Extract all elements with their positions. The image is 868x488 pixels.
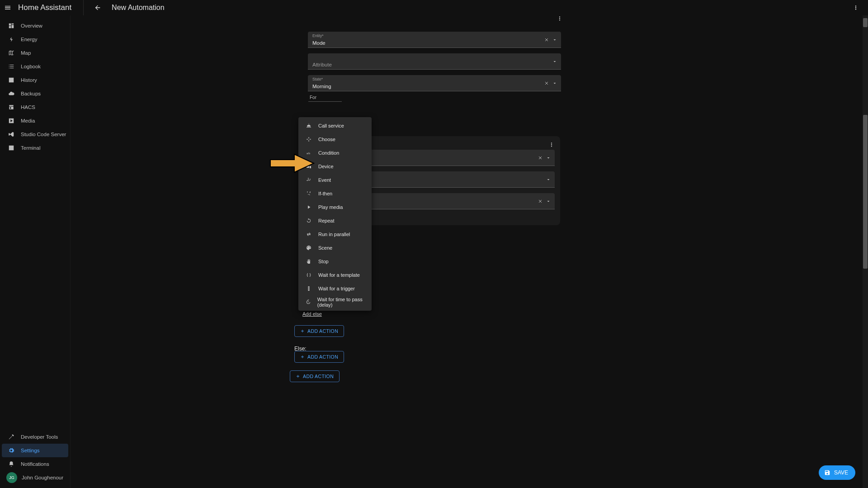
sidebar-item-label: Settings xyxy=(21,448,40,453)
swap-icon xyxy=(305,232,313,237)
wrench-icon xyxy=(6,434,16,440)
sidebar-item-media[interactable]: Media xyxy=(2,114,68,128)
sidebar-item-label: Logbook xyxy=(21,64,41,69)
content: Entity* Mode Attribute State* Morning Fo… xyxy=(71,15,868,488)
sidebar-item-settings[interactable]: Settings xyxy=(2,444,68,457)
save-label: SAVE xyxy=(834,469,848,476)
bell-icon xyxy=(6,461,16,467)
play-icon xyxy=(305,204,313,210)
dropdown-item-label: Event xyxy=(318,177,331,183)
dropdown-item-label: Condition xyxy=(318,150,339,156)
sidebar-item-logbook[interactable]: Logbook xyxy=(2,60,68,73)
hand-icon xyxy=(305,259,313,264)
hamburger-button[interactable] xyxy=(0,0,15,15)
topbar-more-button[interactable] xyxy=(848,0,863,15)
sidebar-item-devtools[interactable]: Developer Tools xyxy=(2,430,68,444)
sidebar-bottom: Developer Tools Settings Notifications J… xyxy=(0,430,70,488)
sidebar-item-hacs[interactable]: HACS xyxy=(2,100,68,114)
refresh-icon xyxy=(305,218,313,223)
sidebar-item-label: Developer Tools xyxy=(21,434,58,440)
dropdown-item-choose[interactable]: Choose xyxy=(298,133,372,146)
sidebar-item-label: HACS xyxy=(21,104,35,110)
arrow-left-icon xyxy=(94,4,101,11)
action-type-dropdown: Call service Choose a/bCondition Device … xyxy=(298,117,372,311)
add-action-button-outer[interactable]: ADD ACTION xyxy=(290,370,340,382)
dropdown-item-event[interactable]: Event xyxy=(298,173,372,187)
sidebar-item-label: Energy xyxy=(21,37,37,42)
user-name: John Goughenour xyxy=(22,475,63,480)
dropdown-item-label: Choose xyxy=(318,137,335,142)
dropdown-item-scene[interactable]: Scene xyxy=(298,241,372,255)
sidebar-item-label: History xyxy=(21,77,37,83)
dropdown-item-call-service[interactable]: Call service xyxy=(298,119,372,133)
cloud-icon xyxy=(6,90,16,97)
back-button[interactable] xyxy=(90,0,105,15)
plus-icon xyxy=(296,374,300,379)
dropdown-item-stop[interactable]: Stop xyxy=(298,255,372,268)
sidebar-item-history[interactable]: History xyxy=(2,73,68,87)
sidebar-item-label: Notifications xyxy=(21,461,49,467)
bolt-icon xyxy=(6,36,16,43)
dropdown-item-label: Wait for a trigger xyxy=(318,286,355,291)
dropdown-item-label: Run in parallel xyxy=(318,232,350,237)
terminal-icon xyxy=(6,145,16,151)
play-box-icon xyxy=(6,118,16,124)
sidebar-item-label: Terminal xyxy=(21,145,40,151)
traffic-icon xyxy=(305,286,313,291)
dropdown-item-wait-trigger[interactable]: Wait for a trigger xyxy=(298,282,372,295)
room-service-icon xyxy=(305,123,313,128)
sidebar-item-map[interactable]: Map xyxy=(2,46,68,60)
sidebar-item-notifications[interactable]: Notifications xyxy=(2,457,68,471)
save-icon xyxy=(824,469,830,476)
sidebar-list: Overview Energy Map Logbook History Back… xyxy=(0,15,70,430)
sidebar-item-terminal[interactable]: Terminal xyxy=(2,141,68,155)
sidebar: Overview Energy Map Logbook History Back… xyxy=(0,15,71,488)
dropdown-item-label: Device xyxy=(318,164,334,169)
sidebar-item-overview[interactable]: Overview xyxy=(2,19,68,33)
dots-vertical-icon xyxy=(853,5,859,11)
page-title: New Automation xyxy=(112,4,165,12)
arrows-icon xyxy=(305,137,313,142)
store-icon xyxy=(6,104,16,110)
sidebar-item-label: Backups xyxy=(21,91,41,96)
dropdown-item-if-then[interactable]: If-then xyxy=(298,187,372,200)
topbar-right: New Automation xyxy=(83,0,868,15)
dropdown-item-label: Play media xyxy=(318,204,343,210)
avatar: JG xyxy=(6,472,17,483)
sidebar-item-label: Map xyxy=(21,50,31,56)
gesture-icon xyxy=(305,177,313,183)
dropdown-item-wait-delay[interactable]: Wait for time to pass (delay) xyxy=(298,295,372,309)
branch-icon xyxy=(305,191,313,196)
chart-icon xyxy=(6,77,16,83)
dropdown-item-label: Stop xyxy=(318,259,329,264)
dropdown-item-label: If-then xyxy=(318,191,332,196)
dropdown-item-label: Scene xyxy=(318,245,332,251)
scroll-up-arrow[interactable] xyxy=(863,18,868,27)
dropdown-item-parallel[interactable]: Run in parallel xyxy=(298,227,372,241)
brand-title: Home Assistant xyxy=(15,3,71,12)
dropdown-item-repeat[interactable]: Repeat xyxy=(298,214,372,227)
dropdown-item-play-media[interactable]: Play media xyxy=(298,200,372,214)
scrollbar-thumb[interactable] xyxy=(863,115,868,269)
dropdown-item-label: Repeat xyxy=(318,218,334,223)
dropdown-item-label: Wait for time to pass (delay) xyxy=(317,297,372,308)
menu-icon xyxy=(4,4,11,11)
map-icon xyxy=(6,50,16,56)
sidebar-item-studio-code[interactable]: Studio Code Server xyxy=(2,128,68,141)
list-icon xyxy=(6,63,16,70)
sidebar-item-user[interactable]: JGJohn Goughenour xyxy=(2,471,68,484)
vscode-icon xyxy=(6,131,16,137)
topbar: Home Assistant New Automation xyxy=(0,0,868,15)
dropdown-item-wait-template[interactable]: Wait for a template xyxy=(298,268,372,282)
sidebar-item-energy[interactable]: Energy xyxy=(2,33,68,46)
scrollbar[interactable] xyxy=(863,15,868,488)
dashboard-icon xyxy=(6,23,16,29)
braces-icon xyxy=(305,272,313,278)
sidebar-item-label: Media xyxy=(21,118,35,123)
sidebar-item-backups[interactable]: Backups xyxy=(2,87,68,100)
dropdown-item-label: Wait for a template xyxy=(318,272,360,278)
sidebar-item-label: Overview xyxy=(21,23,42,28)
add-action-label: ADD ACTION xyxy=(303,374,334,379)
save-button[interactable]: SAVE xyxy=(819,465,855,480)
timer-icon xyxy=(305,299,312,305)
